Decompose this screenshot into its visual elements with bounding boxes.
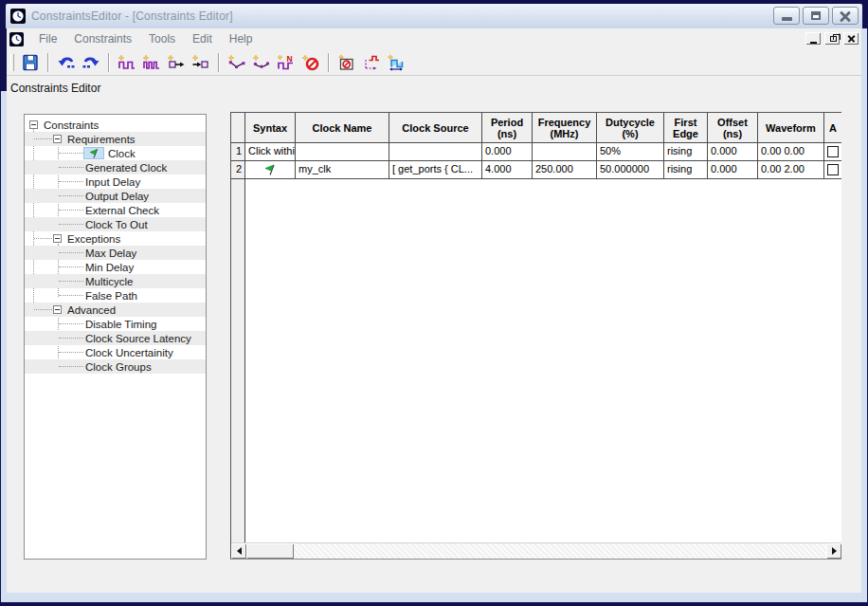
frequency-cell[interactable] bbox=[533, 143, 597, 161]
add-clock-uncertainty-button[interactable] bbox=[385, 51, 407, 74]
table-row-my-clk[interactable]: 2 my_clk [ get_ports { CL... 4.000 250.0… bbox=[231, 161, 841, 179]
tree-item-disable-timing[interactable]: Disable Timing bbox=[25, 317, 206, 331]
tree-item-false-path[interactable]: False Path bbox=[25, 288, 206, 303]
tree-item-input-delay[interactable]: Input Delay bbox=[25, 174, 206, 189]
tree-item-advanced[interactable]: Advanced bbox=[25, 303, 206, 317]
add-min-delay-button[interactable] bbox=[250, 51, 273, 74]
scroll-right-icon bbox=[832, 547, 837, 555]
add-false-path-button[interactable] bbox=[299, 51, 322, 74]
scroll-left-button[interactable] bbox=[231, 543, 246, 559]
restore-button[interactable] bbox=[803, 7, 829, 25]
dutycycle-cell[interactable]: 50% bbox=[597, 143, 664, 161]
syntax-valid-flag-icon bbox=[263, 163, 277, 176]
syntax-cell[interactable]: Click within bbox=[245, 143, 296, 161]
first-edge-cell[interactable]: rising bbox=[664, 161, 708, 179]
tree-item-multicycle[interactable]: Multicycle bbox=[25, 274, 206, 288]
add-cell bbox=[824, 161, 841, 179]
tree-item-min-delay[interactable]: Min Delay bbox=[25, 260, 206, 274]
min-delay-icon bbox=[252, 53, 271, 72]
tree-item-clock-uncertainity[interactable]: Clock Uncertainity bbox=[25, 345, 206, 359]
add-multicycle-button[interactable]: N bbox=[275, 51, 298, 74]
dutycycle-cell[interactable]: 50.000000 bbox=[597, 161, 664, 179]
period-cell[interactable]: 4.000 bbox=[482, 161, 533, 179]
undo-icon bbox=[57, 53, 76, 72]
add-generated-clock-button[interactable] bbox=[140, 51, 163, 74]
waveform-cell[interactable]: 0.00 0.00 bbox=[758, 143, 824, 161]
app-clock-icon bbox=[10, 9, 26, 24]
redo-button[interactable] bbox=[80, 51, 102, 74]
tree-item-max-delay[interactable]: Max Delay bbox=[25, 246, 206, 260]
first-edge-cell[interactable]: rising bbox=[664, 143, 708, 161]
tree-item-generated-clock[interactable]: Generated Clock bbox=[25, 160, 206, 174]
tree-item-clock-groups[interactable]: Clock Groups bbox=[25, 359, 206, 374]
table-row-new-constraint[interactable]: 1 Click within 0.000 50% rising 0.000 0.… bbox=[231, 143, 841, 161]
horizontal-scrollbar[interactable] bbox=[231, 542, 841, 559]
mdi-restore-icon bbox=[830, 36, 837, 42]
collapse-icon[interactable] bbox=[53, 234, 62, 243]
add-output-delay-button[interactable] bbox=[190, 51, 212, 74]
add-disable-timing-button[interactable] bbox=[335, 51, 358, 74]
mdi-close-icon bbox=[847, 35, 855, 43]
add-checkbox[interactable] bbox=[827, 164, 839, 175]
add-max-delay-button[interactable] bbox=[226, 51, 248, 74]
tree-item-label: Clock Source Latency bbox=[85, 333, 191, 344]
header-clock-source: Clock Source bbox=[389, 113, 482, 143]
mdi-restore-button[interactable] bbox=[823, 31, 841, 46]
clock-source-cell[interactable] bbox=[389, 143, 482, 161]
tree-item-label: Clock To Out bbox=[85, 219, 148, 230]
clock-name-cell[interactable] bbox=[296, 143, 389, 161]
tree-item-clock-to-out[interactable]: Clock To Out bbox=[25, 217, 206, 231]
scrollbar-track[interactable] bbox=[294, 543, 826, 559]
tree-item-label: Clock Uncertainity bbox=[85, 347, 173, 358]
tree-item-external-check[interactable]: External Check bbox=[25, 203, 206, 217]
title-bar[interactable]: ConstraintsEditor - [Constraints Editor] bbox=[6, 4, 862, 28]
scrollbar-thumb[interactable] bbox=[246, 543, 294, 559]
add-checkbox[interactable] bbox=[827, 146, 839, 157]
collapse-icon[interactable] bbox=[53, 135, 62, 143]
row-number-cell[interactable]: 1 bbox=[231, 143, 245, 161]
header-offset: Offset(ns) bbox=[708, 113, 758, 143]
toolbar-separator bbox=[47, 53, 49, 72]
add-input-delay-button[interactable] bbox=[165, 51, 188, 74]
mdi-minimize-button[interactable] bbox=[805, 31, 822, 46]
clock-constraints-table: Syntax Clock Name Clock Source Period(ns… bbox=[230, 112, 841, 560]
offset-cell[interactable]: 0.000 bbox=[708, 143, 758, 161]
add-clock-source-latency-button[interactable] bbox=[360, 51, 383, 74]
save-button[interactable] bbox=[19, 51, 42, 74]
clock-name-cell[interactable]: my_clk bbox=[296, 161, 389, 179]
tree-item-label: False Path bbox=[85, 290, 137, 302]
add-cell bbox=[824, 143, 841, 161]
tree-item-constraints[interactable]: Constraints bbox=[25, 118, 206, 132]
period-cell[interactable]: 0.000 bbox=[482, 143, 533, 161]
frequency-cell[interactable]: 250.000 bbox=[533, 161, 597, 179]
tree-item-clock-source-latency[interactable]: Clock Source Latency bbox=[25, 331, 206, 345]
mdi-clock-icon[interactable] bbox=[9, 32, 24, 46]
waveform-cell[interactable]: 0.00 2.00 bbox=[758, 161, 824, 179]
tree-item-label: External Check bbox=[85, 205, 159, 216]
mdi-close-button[interactable] bbox=[842, 31, 859, 46]
menu-file[interactable]: File bbox=[30, 29, 65, 48]
tree-item-exceptions[interactable]: Exceptions bbox=[25, 231, 206, 246]
menu-tools[interactable]: Tools bbox=[140, 29, 184, 48]
toolbar-gripper[interactable] bbox=[10, 54, 14, 71]
client-area: File Constraints Tools Edit Help bbox=[7, 28, 861, 593]
redo-icon bbox=[81, 53, 100, 72]
undo-button[interactable] bbox=[55, 51, 78, 74]
tree-item-requirements[interactable]: Requirements bbox=[25, 132, 206, 146]
menu-constraints[interactable]: Constraints bbox=[65, 29, 140, 48]
syntax-cell[interactable] bbox=[245, 161, 296, 179]
menu-edit[interactable]: Edit bbox=[184, 29, 221, 48]
minimize-button[interactable] bbox=[773, 7, 800, 25]
save-icon bbox=[21, 53, 40, 72]
tree-item-output-delay[interactable]: Output Delay bbox=[25, 189, 206, 203]
collapse-icon[interactable] bbox=[29, 120, 38, 129]
add-clock-constraint-button[interactable] bbox=[116, 51, 138, 74]
offset-cell[interactable]: 0.000 bbox=[708, 161, 758, 179]
close-button[interactable] bbox=[832, 7, 859, 25]
scroll-right-button[interactable] bbox=[826, 543, 841, 559]
clock-source-cell[interactable]: [ get_ports { CL... bbox=[389, 161, 482, 179]
tree-item-clock[interactable]: Clock bbox=[25, 146, 206, 160]
menu-help[interactable]: Help bbox=[221, 29, 262, 48]
row-number-cell[interactable]: 2 bbox=[231, 161, 245, 179]
collapse-icon[interactable] bbox=[53, 305, 62, 314]
